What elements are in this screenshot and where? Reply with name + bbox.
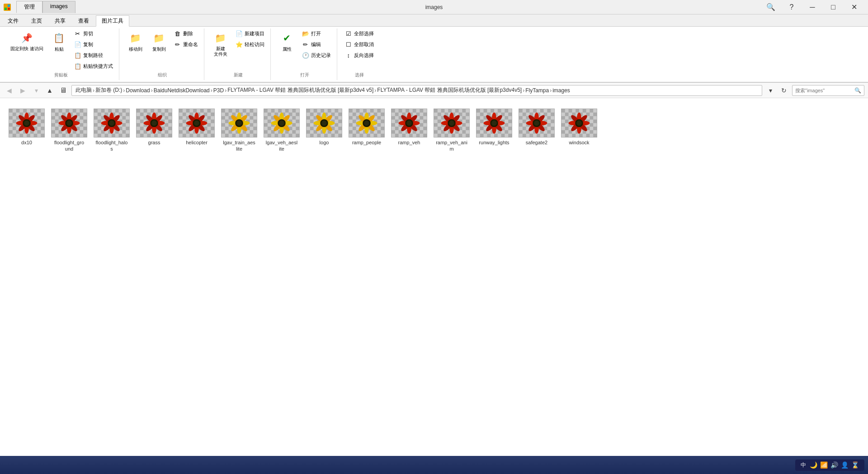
file-item-windsock[interactable]: windsock — [560, 105, 599, 156]
search-icon: 🔍 — [854, 87, 861, 94]
pin-to-quick-access-button[interactable]: 📌 固定到快 速访问 — [7, 28, 47, 54]
address-path[interactable]: 此电脑 › 新加卷 (D:) › Download › BaiduNetdisk… — [71, 85, 762, 96]
svg-rect-400 — [331, 133, 335, 137]
crumb-lgav-v4v5[interactable]: FLYTAMPA - LGAV 帮錯 雅典国际机场优化版 [最新p3dv4v5] — [377, 86, 522, 94]
cut-button[interactable]: ✂ 剪切 — [72, 28, 115, 38]
dropdown-button[interactable]: ▾ — [765, 85, 776, 96]
menu-home[interactable]: 主页 — [25, 15, 48, 26]
home-crumb[interactable]: 🖥 — [58, 85, 69, 96]
crumb-lgav-v5[interactable]: FLYTAMPA - LGAV 帮錯 雅典国际机场优化版 [最新p3dv4 v5… — [227, 86, 373, 94]
search-input[interactable] — [795, 88, 853, 93]
crumb-drive[interactable]: 新加卷 (D:) — [95, 86, 122, 94]
svg-point-156 — [109, 120, 114, 126]
svg-rect-193 — [140, 133, 144, 137]
svg-rect-126 — [126, 119, 129, 123]
delete-icon: 🗑 — [174, 30, 181, 37]
maximize-button[interactable]: □ — [823, 0, 844, 14]
new-folder-button[interactable]: 📁 新建文件夹 — [210, 28, 231, 59]
history-button[interactable]: 🕐 历史记录 — [300, 50, 333, 60]
properties-button[interactable]: ✔ 属性 — [276, 28, 298, 55]
file-item-helicopter[interactable]: helicopter — [177, 105, 216, 156]
crumb-flytampa[interactable]: FlyTampa — [525, 87, 549, 94]
menu-file[interactable]: 文件 — [2, 15, 24, 26]
new-group: 📁 新建文件夹 📄 新建项目 ⭐ 轻松访问 新建 — [206, 28, 271, 80]
svg-rect-682 — [590, 116, 593, 119]
file-item-ramp_veh[interactable]: ramp_veh — [390, 105, 429, 156]
crumb-p3d[interactable]: P3D — [213, 87, 224, 94]
svg-rect-655 — [544, 133, 547, 137]
svg-rect-42 — [27, 133, 30, 137]
svg-rect-81 — [55, 127, 59, 130]
svg-rect-295 — [225, 133, 229, 137]
invert-icon: ↕ — [345, 52, 352, 59]
file-item-floodlight_halos[interactable]: floodlight_halos — [92, 105, 131, 156]
crumb-computer[interactable]: 此电脑 — [75, 86, 92, 94]
forward-button[interactable]: ▶ — [17, 85, 28, 96]
search-button[interactable]: 🔍 — [760, 0, 781, 14]
search-box[interactable]: 🔍 — [792, 85, 864, 96]
title-tab-images[interactable]: images — [42, 1, 75, 13]
file-item-runway_lights[interactable]: runway_lights — [475, 105, 514, 156]
svg-rect-265 — [225, 113, 229, 116]
svg-rect-553 — [459, 133, 462, 137]
organize-buttons: 📁 移动到 📁 复制到 🗑 删除 ✏ 重命名 — [125, 28, 200, 71]
menu-view[interactable]: 查看 — [72, 15, 95, 26]
file-item-ramp_people[interactable]: ramp_people — [347, 105, 386, 156]
copy-button[interactable]: 📄 复制 — [72, 39, 115, 49]
svg-rect-213 — [207, 109, 211, 113]
rename-button[interactable]: ✏ 重命名 — [172, 39, 200, 49]
svg-rect-469 — [395, 113, 399, 116]
svg-rect-590 — [505, 123, 508, 127]
file-item-floodlight_ground[interactable]: floodlight_ground — [50, 105, 89, 156]
up-button[interactable]: ▲ — [44, 85, 55, 96]
svg-rect-585 — [508, 119, 512, 123]
moon-icon: 🌙 — [810, 461, 817, 469]
paste-button[interactable]: 📋 粘贴 — [48, 28, 70, 55]
file-item-dx10[interactable]: dx10 — [7, 105, 46, 156]
copy-to-button[interactable]: 📁 复制到 — [148, 28, 170, 55]
open-button[interactable]: 📂 打开 — [300, 28, 333, 38]
help-button[interactable]: ? — [781, 0, 802, 14]
refresh-button[interactable]: ↻ — [778, 85, 789, 96]
svg-rect-586 — [476, 123, 480, 127]
file-item-lgav_train_aeslite[interactable]: lgav_train_aeslite — [220, 105, 259, 156]
easy-access-button[interactable]: ⭐ 轻松访问 — [233, 39, 267, 49]
menu-picture-tools[interactable]: 图片工具 — [96, 15, 129, 27]
close-button[interactable]: ✕ — [844, 0, 864, 14]
crumb-download[interactable]: Download — [126, 87, 150, 94]
app-icon — [4, 4, 11, 11]
ribbon-tab-manage[interactable]: 管理 — [16, 1, 42, 13]
select-all-button[interactable]: ☑ 全部选择 — [343, 28, 376, 38]
file-item-logo[interactable]: logo — [305, 105, 344, 156]
rename-icon: ✏ — [174, 41, 181, 48]
delete-button[interactable]: 🗑 删除 — [172, 28, 200, 38]
svg-rect-284 — [250, 123, 253, 127]
new-item-button[interactable]: 📄 新建项目 — [233, 28, 267, 38]
move-to-button[interactable]: 📁 移动到 — [125, 28, 146, 55]
svg-rect-335 — [292, 123, 296, 127]
edit-button[interactable]: ✏ 编辑 — [300, 39, 333, 49]
svg-rect-580 — [505, 116, 508, 119]
svg-rect-387 — [310, 127, 314, 130]
select-none-button[interactable]: ☐ 全部取消 — [343, 39, 376, 49]
crumb-baidu[interactable]: BaiduNetdiskDownload — [154, 87, 210, 94]
invert-selection-button[interactable]: ↕ 反向选择 — [343, 50, 376, 60]
file-item-safegate2[interactable]: safegate2 — [517, 105, 556, 156]
recent-locations-button[interactable]: ▾ — [31, 85, 42, 96]
menu-share[interactable]: 共享 — [49, 15, 71, 26]
svg-rect-197 — [168, 133, 172, 137]
crumb-images[interactable]: images — [552, 87, 570, 94]
paste-shortcut-button[interactable]: 📋 粘贴快捷方式 — [72, 61, 115, 71]
minimize-button[interactable]: ─ — [802, 0, 823, 14]
svg-rect-19 — [37, 116, 41, 119]
copy-path-button[interactable]: 📋 复制路径 — [72, 50, 115, 60]
svg-point-411 — [321, 120, 327, 126]
file-item-ramp_veh_anim[interactable]: ramp_veh_anim — [432, 105, 471, 156]
file-item-lgav_veh_aeslite[interactable]: lgav_veh_aeslite — [262, 105, 301, 156]
svg-rect-391 — [338, 127, 342, 130]
svg-rect-188 — [137, 130, 140, 134]
file-item-grass[interactable]: grass — [135, 105, 174, 156]
back-button[interactable]: ◀ — [4, 85, 14, 96]
svg-rect-10 — [13, 113, 16, 116]
taskbar-icons: 🌙 📶 🔊 👤 ⌛ — [810, 461, 859, 469]
